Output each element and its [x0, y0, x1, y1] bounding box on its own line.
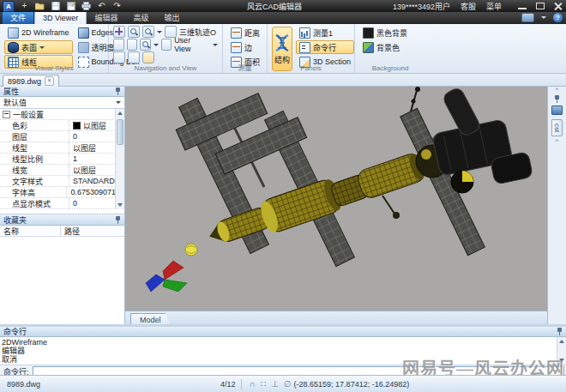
command-panel: 命令行 2DWireframe 编辑器 取消 命令行: 网易号—风云办公网	[0, 327, 566, 376]
style-picker-icon[interactable]	[521, 13, 534, 22]
ribbon-tab-bar: 文件 3D Viewer 编辑器 高级 输出 ?	[0, 12, 566, 24]
user-view-caret-icon[interactable]	[213, 44, 218, 46]
hand-icon[interactable]	[142, 51, 154, 63]
support-button[interactable]: 客服	[461, 1, 476, 12]
button-distance[interactable]: 距离	[227, 26, 262, 39]
button-surface[interactable]: 表面	[4, 40, 73, 54]
right-pin-icon[interactable]	[554, 95, 560, 103]
scroll-down-icon[interactable]	[117, 203, 123, 207]
marker-ball	[185, 244, 197, 256]
cmd-scroll-down-icon[interactable]	[559, 359, 564, 362]
ortho-icon[interactable]: ⊥	[271, 380, 279, 389]
save-icon[interactable]	[51, 2, 60, 11]
property-row-textheight[interactable]: 字体高 0.675309071	[0, 187, 116, 198]
zoom-window-icon[interactable]	[128, 26, 140, 38]
properties-grid: 一般设置 色彩 以图层 图层 0 线型 以图层 线型比例 1 线宽 以图层 文字…	[0, 109, 124, 209]
property-row-layer[interactable]: 图层 0	[0, 131, 116, 142]
window-title: 风云CAD编辑器	[206, 1, 343, 12]
pan-icon[interactable]	[113, 26, 125, 38]
favorites-col-path[interactable]: 路径	[61, 226, 80, 236]
close-button[interactable]	[553, 2, 563, 10]
property-row-linetype[interactable]: 线型 以图层	[0, 142, 116, 154]
collapse-up-icon[interactable]: ^	[556, 87, 559, 93]
tab-advanced[interactable]: 高级	[125, 11, 156, 24]
command-scrollbar[interactable]	[557, 337, 566, 365]
pin-icon[interactable]	[115, 87, 121, 95]
properties-preset-dropdown[interactable]: 默认值	[0, 97, 124, 109]
account-label[interactable]: 139****3492用户	[393, 1, 450, 12]
tab-editor[interactable]: 编辑器	[87, 11, 125, 24]
button-black-background[interactable]: 黑色背景	[359, 26, 421, 39]
collapse-down-icon[interactable]: ^	[556, 139, 559, 144]
user-view-icon[interactable]	[161, 39, 172, 51]
property-row-lineweight[interactable]: 线宽 以图层	[0, 165, 116, 176]
scroll-up-icon[interactable]	[117, 112, 123, 115]
property-group-row[interactable]: 一般设置	[0, 109, 116, 120]
zoom-out-icon[interactable]	[140, 39, 151, 51]
button-command-line-panel[interactable]: 命令行	[296, 40, 354, 54]
zoom-in-caret-icon[interactable]	[157, 31, 162, 33]
ucs-icon[interactable]: ∅	[284, 380, 292, 389]
app-logo-icon[interactable]: A	[3, 1, 15, 12]
favorites-header[interactable]: 收藏夹	[0, 214, 124, 226]
history-line: 编辑器	[2, 347, 556, 355]
favorites-col-name[interactable]: 名称	[0, 226, 61, 236]
model-tab[interactable]: Model	[130, 313, 171, 325]
property-row-ltscale[interactable]: 线型比例 1	[0, 154, 116, 165]
status-page-indicator: 4/12	[220, 380, 236, 389]
user-view-label[interactable]: User View	[174, 36, 205, 53]
distance-icon	[231, 27, 242, 39]
property-row-pointmode[interactable]: 点显示模式 0	[0, 198, 116, 209]
help-icon[interactable]: ?	[553, 13, 563, 22]
command-panel-header[interactable]: 命令行	[0, 327, 566, 337]
property-row-color[interactable]: 色彩 以图层	[0, 120, 116, 131]
command-line-icon	[299, 42, 310, 53]
command-pin-icon[interactable]	[557, 328, 563, 335]
group-measure: 距离 边 面积 测量	[223, 24, 268, 73]
zoom-extents-icon[interactable]	[127, 39, 138, 51]
properties-scrollbar[interactable]	[115, 109, 124, 209]
minimize-button[interactable]	[517, 2, 527, 10]
side-panel-tab[interactable]: cst	[551, 119, 563, 136]
save-as-icon[interactable]	[66, 2, 75, 11]
tab-3d-viewer[interactable]: 3D Viewer	[34, 10, 87, 24]
button-background-color[interactable]: 背景色	[359, 40, 421, 54]
tab-output[interactable]: 输出	[156, 11, 187, 24]
print-icon[interactable]	[81, 2, 91, 11]
document-tab[interactable]: 8989.dwg ×	[3, 75, 59, 87]
grid-icon[interactable]: ∷	[261, 380, 266, 389]
tab-file[interactable]: 文件	[2, 10, 34, 24]
property-row-textstyle[interactable]: 文字样式 STANDARD	[0, 176, 116, 187]
transparency-icon	[78, 42, 89, 53]
wireframe2d-icon	[8, 27, 19, 39]
properties-header[interactable]: 属性	[0, 86, 124, 97]
favorites-pin-icon[interactable]	[115, 216, 121, 224]
button-2d-wireframe[interactable]: 2D Wireframe	[4, 26, 73, 39]
black-background-icon	[363, 27, 374, 39]
style-picker-caret-icon[interactable]	[541, 16, 546, 19]
scroll-thumb[interactable]	[117, 119, 123, 145]
button-measure1-panel[interactable]: 测量1	[296, 26, 354, 39]
open-file-icon[interactable]	[35, 2, 45, 11]
zoom-out-caret-icon[interactable]	[154, 44, 159, 46]
view-copy-icon[interactable]	[113, 39, 124, 51]
maximize-button[interactable]	[535, 2, 545, 10]
cmd-scroll-up-icon[interactable]	[559, 340, 564, 343]
group-background: 黑色背景 背景色 Background	[355, 24, 425, 73]
rotate-view-icon[interactable]	[113, 51, 125, 63]
button-edge-measure[interactable]: 边	[227, 40, 262, 54]
osnap-icon[interactable]: ∩	[250, 380, 256, 389]
new-file-icon[interactable]: +	[20, 2, 29, 11]
preset-caret-icon	[116, 101, 121, 104]
free-orbit-icon[interactable]	[128, 51, 140, 63]
command-history[interactable]: 2DWireframe 编辑器 取消	[0, 337, 566, 365]
undo-icon[interactable]: ↶	[97, 2, 106, 11]
zoom-in-icon[interactable]	[142, 26, 154, 38]
orbit-3d-icon[interactable]	[165, 26, 177, 38]
layer-list-icon[interactable]	[551, 106, 563, 115]
viewport-3d[interactable]	[125, 86, 548, 311]
collapse-icon[interactable]	[3, 111, 10, 118]
menu-button[interactable]: 菜单	[486, 1, 502, 12]
document-close-icon[interactable]: ×	[45, 76, 54, 86]
redo-icon[interactable]: ↷	[112, 2, 122, 11]
